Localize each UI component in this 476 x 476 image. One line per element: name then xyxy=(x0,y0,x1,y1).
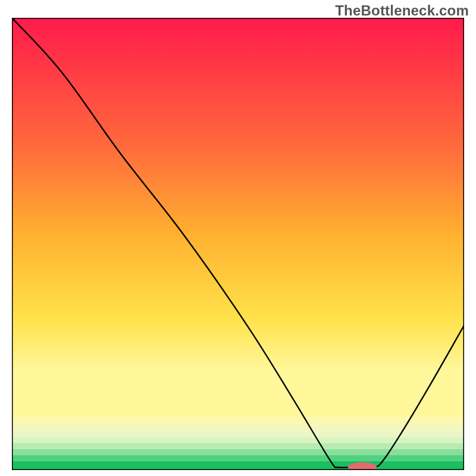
svg-rect-4 xyxy=(12,449,464,455)
svg-rect-7 xyxy=(12,431,464,437)
bottleneck-curve-chart xyxy=(12,18,464,470)
plot-area xyxy=(12,18,464,470)
chart-container: TheBottleneck.com xyxy=(0,0,476,476)
watermark-text: TheBottleneck.com xyxy=(335,2,469,19)
svg-rect-9 xyxy=(12,418,464,425)
svg-rect-2 xyxy=(12,461,464,470)
svg-rect-8 xyxy=(12,425,464,431)
svg-rect-1 xyxy=(12,18,464,418)
svg-rect-3 xyxy=(12,455,464,461)
svg-rect-5 xyxy=(12,443,464,449)
